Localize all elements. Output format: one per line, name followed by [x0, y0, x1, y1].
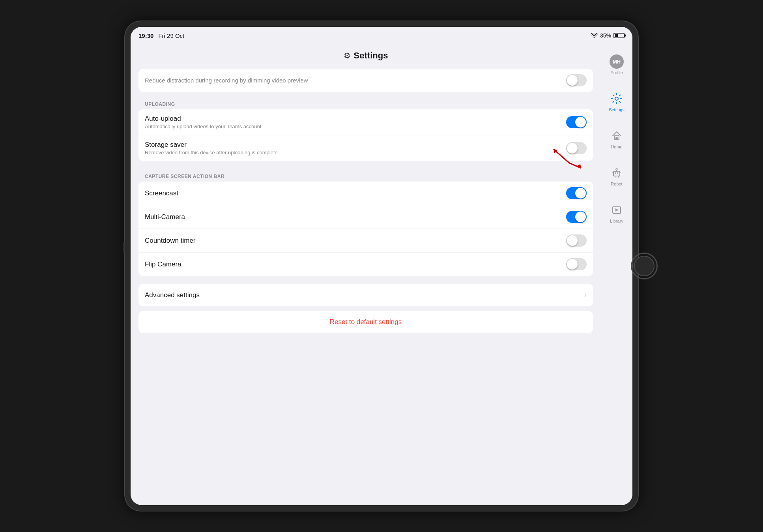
home-nav-icon [610, 129, 624, 143]
auto-upload-title: Auto-upload [145, 115, 566, 123]
home-button-area [631, 253, 658, 279]
svg-line-2 [569, 163, 581, 168]
auto-upload-toggle-knob [575, 117, 586, 127]
uploading-card: Auto-upload Automatically upload videos … [138, 109, 593, 161]
svg-marker-17 [615, 208, 619, 212]
auto-upload-text: Auto-upload Automatically upload videos … [145, 115, 566, 129]
svg-rect-6 [615, 137, 618, 140]
home-nav-label: Home [611, 144, 622, 149]
screencast-title: Screencast [145, 189, 178, 197]
countdown-toggle-knob [567, 235, 578, 246]
advanced-title: Advanced settings [145, 291, 200, 299]
countdown-toggle[interactable] [566, 234, 587, 247]
page-title: Settings [354, 51, 388, 61]
storage-saver-title: Storage saver [145, 141, 566, 149]
library-nav-label: Library [610, 219, 623, 223]
multi-camera-title: Multi-Camera [145, 213, 185, 221]
storage-saver-row: Storage saver Remove video from this dev… [138, 135, 593, 161]
reset-text: Reset to default settings [330, 318, 402, 326]
dim-row-text: Reduce distraction during recording by d… [145, 77, 560, 84]
storage-saver-text: Storage saver Remove video from this dev… [145, 141, 566, 155]
settings-header-icon: ⚙ [344, 51, 351, 60]
library-nav-icon [610, 203, 624, 217]
uploading-section: UPLOADING Auto-upload Automatically uplo… [138, 97, 593, 161]
robot-nav-icon [610, 166, 624, 180]
advanced-chevron: › [584, 291, 587, 299]
capture-screen-card: Screencast Multi-Camera [138, 182, 593, 276]
reset-row[interactable]: Reset to default settings [138, 311, 593, 333]
battery-percent: 35% [600, 32, 611, 39]
page-header: ⚙ Settings [138, 44, 593, 69]
multi-camera-row: Multi-Camera [138, 205, 593, 229]
profile-avatar: MH [610, 54, 624, 69]
sidebar-item-robot[interactable]: Robot [607, 163, 626, 189]
sidebar-item-settings[interactable]: Settings [606, 89, 627, 114]
robot-nav-label: Robot [611, 182, 622, 186]
battery-icon [613, 33, 625, 38]
volume-button [123, 242, 125, 253]
capture-screen-section: CAPTURE SCREEN ACTION BAR Screencast Mul… [138, 169, 593, 276]
multi-camera-toggle[interactable] [566, 211, 587, 223]
sidebar-item-profile[interactable]: MH Profile [607, 52, 626, 77]
wifi-icon [591, 33, 598, 38]
advanced-settings-row[interactable]: Advanced settings › [138, 284, 593, 306]
storage-saver-toggle-knob [567, 143, 578, 154]
home-button-inner [634, 256, 655, 276]
svg-marker-3 [577, 164, 581, 168]
auto-upload-subtitle: Automatically upload videos to your Team… [145, 124, 566, 129]
sidebar-item-home[interactable]: Home [607, 126, 626, 152]
dim-row: Reduce distraction during recording by d… [138, 69, 593, 92]
svg-rect-18 [613, 213, 621, 214]
dim-toggle[interactable] [566, 74, 587, 86]
status-bar: 19:30 Fri 29 Oct 35% [131, 27, 632, 44]
flip-camera-toggle[interactable] [566, 258, 587, 270]
screencast-toggle[interactable] [566, 187, 587, 199]
sidebar-nav: MH Profile Settings [601, 44, 632, 505]
svg-point-11 [616, 169, 617, 170]
status-time: 19:30 [138, 32, 153, 39]
dim-toggle-knob [567, 75, 578, 86]
status-date: Fri 29 Oct [158, 32, 184, 39]
svg-rect-9 [617, 172, 618, 174]
capture-screen-header: CAPTURE SCREEN ACTION BAR [138, 169, 593, 182]
profile-nav-label: Profile [610, 70, 623, 75]
storage-saver-toggle[interactable] [566, 142, 587, 154]
tablet-screen: 19:30 Fri 29 Oct 35% [131, 27, 632, 505]
screencast-row: Screencast [138, 182, 593, 205]
settings-content[interactable]: ⚙ Settings Reduce distraction during rec… [131, 44, 601, 505]
countdown-title: Countdown timer [145, 237, 196, 245]
status-right: 35% [591, 32, 625, 39]
settings-nav-label: Settings [609, 107, 625, 112]
countdown-row: Countdown timer [138, 229, 593, 252]
uploading-header: UPLOADING [138, 97, 593, 109]
auto-upload-row: Auto-upload Automatically upload videos … [138, 109, 593, 135]
svg-rect-8 [615, 172, 616, 174]
storage-saver-subtitle: Remove video from this device after uplo… [145, 150, 566, 155]
svg-rect-7 [613, 171, 620, 176]
multi-camera-toggle-knob [575, 212, 586, 222]
main-area: ⚙ Settings Reduce distraction during rec… [131, 44, 632, 505]
flip-camera-toggle-knob [567, 259, 578, 270]
battery-fill [615, 34, 618, 37]
svg-point-4 [615, 97, 618, 100]
tablet-frame: 19:30 Fri 29 Oct 35% [125, 21, 638, 511]
flip-camera-row: Flip Camera [138, 252, 593, 276]
flip-camera-title: Flip Camera [145, 260, 181, 268]
screencast-toggle-knob [575, 188, 586, 199]
auto-upload-toggle[interactable] [566, 116, 587, 128]
home-button-ring[interactable] [631, 253, 658, 279]
sidebar-item-library[interactable]: Library [607, 200, 626, 226]
settings-nav-icon [610, 92, 624, 106]
